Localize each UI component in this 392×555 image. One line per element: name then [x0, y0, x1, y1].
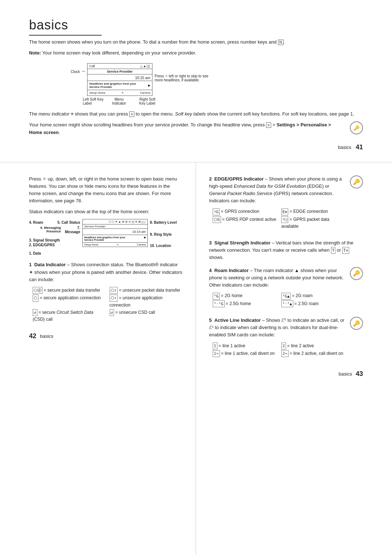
indicator-cell: ²·⁵G = 2.5G home: [213, 300, 278, 307]
left-soft-key-label: Left Soft Key Label: [83, 97, 105, 105]
right-annotation: Press ✧ left or right to skip to see mor…: [155, 74, 213, 82]
page-wrapper: basics The home screen shows when you tu…: [0, 0, 392, 555]
screen-header: Call △▲|||: [87, 64, 152, 69]
status-screen-box: ⬡⬡✦▲⊕⊗⊙◎≋⊞||| Service Provider 10:15 am …: [82, 219, 148, 247]
indicator-cell: 𝟙↷ = line 1 active, call divert on: [213, 350, 278, 357]
label-battery: 8. Battery Level: [150, 220, 183, 224]
status-labels-left: 4. Roam 5. Call Status 6. Messaging Pres…: [29, 219, 80, 255]
press-intro: Press ✧ up, down, left, or right in the …: [29, 175, 183, 205]
indicator-cell: ⬡↑ = unsecure application connection: [110, 295, 183, 308]
indicator-cell: 𝟚 = line 2 active: [281, 343, 346, 349]
item-4-indicators: ²G = 2G home ²G▲ = 2G roam ²·⁵G = 2.5G h…: [209, 292, 346, 307]
item-5-indicators: 𝟙 = line 1 active 𝟚 = line 2 active 𝟙↷ =…: [209, 343, 346, 357]
phone-key-icon: N: [278, 40, 283, 45]
screen-bottom: Setup Home ≡ Camera: [87, 90, 152, 96]
bottom-right-page: 2 EDGE/GPRS Indicator – Shows when your …: [196, 162, 392, 555]
screen-provider: Service Provider: [87, 69, 152, 74]
phone-screen: Call △▲||| Service Provider 10:15 am Hea…: [87, 63, 152, 96]
status-labels-right: 8. Battery Level 9. Ring Style 10. Locat…: [150, 219, 183, 255]
status-screen-header: ⬡⬡✦▲⊕⊗⊙◎≋⊞|||: [83, 219, 147, 224]
phone-diagram-area: Clock Call △▲||| Service Provider 10:15 …: [51, 63, 363, 105]
menu-key-icon2: ≡: [266, 122, 271, 128]
note-block: Note: Your home screen may look differen…: [29, 49, 363, 57]
indicator-cell: ²G▲ = 2G roam: [281, 292, 346, 299]
screen-headlines: Headlines and graphics from yourService …: [87, 81, 152, 90]
item-5-section: 5 Active Line Indicator – Shows ℰ⁰ to in…: [209, 317, 363, 361]
indicator-cell: ↺ = secure Circuit Switch Data (CSD) cal…: [33, 309, 106, 323]
top-section: basics The home screen shows when you tu…: [0, 0, 392, 162]
post-diagram-text-1: The menu indicator ≡ shows that you can …: [29, 110, 363, 118]
indicator-cell: ᵍG = GPRS connection: [213, 208, 278, 215]
item-1-body: 1 Data Indicator – Shows connection stat…: [29, 261, 183, 283]
footer-left: 42 basics: [29, 332, 53, 340]
indicator-cell: ⬡↑ = unsecure packet data transfer: [110, 287, 183, 294]
label-edge: 2. EDGE/GPRS: [29, 243, 80, 247]
clock-label: Clock: [51, 70, 80, 74]
item-2-indicators: ᵍG = GPRS connection E≡ = EDGE connectio…: [209, 208, 346, 230]
indicator-cell: 𝟙 = line 1 active: [213, 343, 278, 349]
page-title: basics: [29, 17, 102, 36]
label-location: 10. Location: [150, 244, 183, 248]
item-2-header: 2 EDGE/GPRS Indicator – Shows when your …: [209, 175, 346, 205]
circular-icon: 🔑: [350, 121, 363, 134]
item-2-section: 2 EDGE/GPRS Indicator – Shows when your …: [209, 175, 363, 234]
label-messaging: 6. Messaging Presence: [29, 226, 61, 234]
item-2-icon: 🔑: [350, 175, 363, 189]
indicator-cell: ⬡ⓓ = secure packet data transfer: [33, 287, 106, 294]
label-roam: 4. Roam: [29, 220, 43, 224]
status-diagram-section: 4. Roam 5. Call Status 6. Messaging Pres…: [29, 219, 183, 255]
label-ring: 9. Ring Style: [150, 232, 183, 236]
label-signal: 3. Signal Strength: [29, 238, 80, 242]
page-footer-right: basics 43: [209, 366, 363, 378]
indicator-cell: ²·⁵▲ = 2.5G roam: [281, 300, 346, 307]
indicator-cell: ²G = 2G home: [213, 292, 278, 299]
indicator-cell: ᵍ□ = GPRS packet data available: [281, 216, 346, 230]
status-phone-diagram: ⬡⬡✦▲⊕⊗⊙◎≋⊞||| Service Provider 10:15 am …: [82, 219, 148, 255]
intro-para-1: The home screen shows when you turn on t…: [29, 39, 363, 46]
item-5-icon: 🔑: [350, 317, 363, 330]
item-3-section: 3 Signal Strength Indicator – Vertical b…: [209, 239, 363, 261]
item-4-section: 4 Roam Indicator – The roam indicator ▲ …: [209, 267, 363, 311]
menu-indicator-label: Menu Indicator: [108, 97, 130, 105]
screen-time: 10:15 am: [87, 74, 152, 81]
indicator-cell: 𝟚↷ = line 2 active, call divert on: [281, 350, 346, 357]
label-call-status: 5. Call Status: [57, 220, 80, 224]
status-screen-bottom: Setup Home ≡ Camera: [83, 243, 147, 247]
post-diagram-text-2: Your home screen might show scrolling he…: [29, 121, 344, 136]
right-soft-key-label: Right Soft Key Label: [134, 97, 155, 105]
item-1-section: 1 Data Indicator – Shows connection stat…: [29, 261, 183, 323]
label-data: 1. Data: [29, 251, 80, 255]
item-4-icon: 🔑: [350, 267, 363, 280]
indicator-cell: ↺ = unsecure CSD call: [110, 309, 183, 323]
page-footer-left: 42 basics: [29, 329, 183, 340]
indicator-cell: ⬡ = secure application connection: [33, 295, 106, 308]
indicator-cell: ⬡G = GPRS PDP context active: [213, 216, 278, 230]
footer-right: basics 43: [339, 370, 363, 378]
status-screen-time: 10:15 am: [83, 229, 147, 235]
item-5-body: 5 Active Line Indicator – Shows ℰ⁰ to in…: [209, 317, 346, 339]
item-4-body: 4 Roam Indicator – The roam indicator ▲ …: [209, 267, 346, 289]
menu-key-icon: ≡: [129, 112, 134, 117]
label-message: 7. Message: [63, 226, 80, 234]
status-screen-headlines: Headlines and graphics from yourService …: [83, 235, 147, 243]
bottom-section: Press ✧ up, down, left, or right in the …: [0, 162, 392, 555]
status-intro: Status indicators can show at the top of…: [29, 208, 183, 215]
indicator-cell: E≡ = EDGE connection: [281, 208, 346, 215]
item-1-indicators: ⬡ⓓ = secure packet data transfer ⬡↑ = un…: [29, 287, 183, 323]
page-number-area-top: basics 41: [29, 140, 363, 151]
bottom-left-page: Press ✧ up, down, left, or right in the …: [0, 162, 196, 555]
item-3-body: 3 Signal Strength Indicator – Vertical b…: [209, 239, 363, 261]
